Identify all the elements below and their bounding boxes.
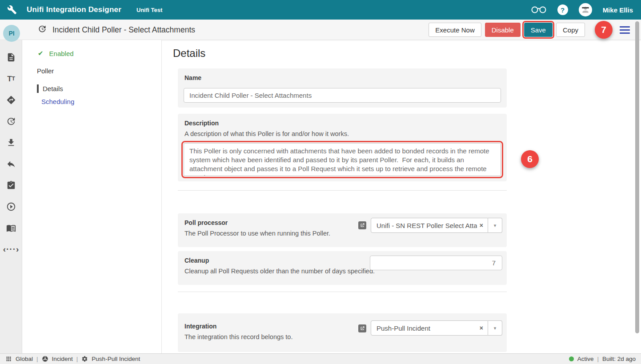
cleanup-input[interactable]: [370, 256, 502, 270]
app-title: Unifi Integration Designer: [27, 5, 121, 14]
cleanup-help: Cleanup all Poll Requests older than the…: [184, 268, 375, 275]
integration-select[interactable]: Push-Pull Incident ×: [371, 320, 488, 336]
clear-icon[interactable]: ×: [480, 324, 483, 332]
section-divider: [178, 190, 507, 191]
table-label[interactable]: Incident: [52, 356, 73, 362]
status-bar: Global | Incident | Push-Pull Incident A…: [0, 353, 641, 364]
scrollbar-thumb[interactable]: [635, 21, 639, 333]
record-header: Incident Child Poller - Select Attachmen…: [0, 20, 641, 40]
cleanup-field-card: Cleanup Cleanup all Poll Requests older …: [178, 251, 507, 285]
active-status-label: Active: [577, 356, 594, 362]
record-nav-panel: ✔ Enabled Poller Details Scheduling: [22, 40, 161, 353]
description-textarea[interactable]: This Poller is only concerned with attac…: [184, 143, 501, 176]
document-icon[interactable]: [6, 52, 16, 62]
gear-icon: [81, 356, 88, 362]
directions-icon[interactable]: [6, 95, 16, 105]
user-avatar[interactable]: [579, 3, 592, 16]
description-label: Description: [184, 120, 219, 127]
clear-icon[interactable]: ×: [480, 222, 483, 229]
top-app-bar: Unifi Integration Designer Unifi Test ? …: [0, 0, 641, 20]
help-icon[interactable]: ?: [557, 4, 568, 15]
name-input[interactable]: [184, 88, 501, 103]
description-field-card: Description A description of what this P…: [178, 114, 507, 181]
save-button[interactable]: Save: [524, 23, 553, 37]
record-type-avatar: PI: [3, 25, 20, 42]
name-field-card: Name: [178, 68, 507, 108]
text-fields-icon[interactable]: TT: [6, 74, 16, 84]
environment-name: Unifi Test: [136, 7, 162, 13]
poll-processor-label: Poll processor: [184, 219, 228, 226]
reply-icon[interactable]: [6, 159, 16, 169]
code-icon[interactable]: ‹···›: [6, 244, 16, 254]
page-title: Incident Child Poller - Select Attachmen…: [52, 25, 195, 35]
details-heading: Details: [173, 47, 205, 60]
apps-grid-icon[interactable]: [5, 356, 12, 362]
history-icon[interactable]: [6, 116, 16, 126]
documentation-icon[interactable]: [6, 223, 16, 233]
chevron-down-icon[interactable]: ▾: [488, 320, 502, 336]
poll-processor-field-card: Poll processor The Poll Processor to use…: [178, 213, 507, 247]
download-icon[interactable]: [6, 138, 16, 148]
nav-divider: [161, 40, 162, 353]
enabled-status: ✔ Enabled: [38, 49, 74, 57]
check-icon: ✔: [38, 49, 44, 57]
avatar-glasses: [582, 7, 589, 8]
disable-button[interactable]: Disable: [485, 23, 521, 37]
active-indicator: [37, 84, 39, 93]
section-divider: [178, 292, 507, 292]
icon-rail: TT ‹···› ▶: [0, 40, 22, 353]
unifi-integration-designer-window: Unifi Integration Designer Unifi Test ? …: [0, 0, 641, 364]
copy-button[interactable]: Copy: [556, 23, 585, 37]
poll-processor-select[interactable]: Unifi - SN REST Poller Select Attach... …: [371, 218, 488, 233]
built-label: Built: 2d ago: [602, 356, 636, 362]
wrench-icon[interactable]: [7, 5, 17, 15]
annotation-step-7: 7: [595, 21, 613, 39]
chevron-down-icon[interactable]: ▾: [488, 218, 502, 233]
menu-icon[interactable]: [620, 26, 630, 34]
open-record-icon[interactable]: [358, 324, 366, 332]
integration-label: Integration: [184, 323, 216, 330]
cleanup-label: Cleanup: [184, 257, 209, 264]
run-icon[interactable]: [6, 202, 16, 212]
active-status-dot: [569, 356, 574, 361]
execute-now-button[interactable]: Execute Now: [429, 23, 481, 37]
open-record-icon[interactable]: [358, 221, 366, 229]
tasks-icon[interactable]: [6, 180, 16, 190]
spectacles-icon[interactable]: [531, 4, 547, 16]
scope-label[interactable]: Global: [16, 356, 33, 362]
nav-item-details[interactable]: Details: [37, 84, 63, 93]
update-icon: [38, 24, 47, 35]
nav-section-poller: Poller: [37, 67, 54, 75]
enabled-label: Enabled: [49, 50, 74, 57]
annotation-step-6: 6: [521, 150, 539, 168]
name-label: Name: [184, 74, 201, 81]
incident-icon: [42, 356, 48, 362]
description-help: A description of what this Poller is for…: [184, 130, 349, 137]
poll-processor-help: The Poll Processor to use when running t…: [184, 230, 330, 237]
integration-label[interactable]: Push-Pull Incident: [92, 356, 140, 362]
integration-help: The integration this record belongs to.: [184, 333, 292, 340]
username-label[interactable]: Mike Ellis: [603, 6, 633, 14]
integration-field-card: Integration The integration this record …: [178, 313, 507, 352]
nav-item-scheduling[interactable]: Scheduling: [41, 98, 74, 105]
